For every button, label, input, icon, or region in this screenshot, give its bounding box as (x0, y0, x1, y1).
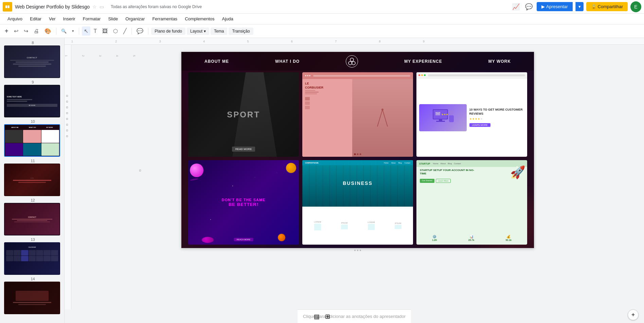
reviews-cta-btn: LEARN MORE (469, 123, 490, 127)
canvas-wrapper: 12345 (65, 45, 644, 309)
apresentar-button[interactable]: ▶ Apresentar (537, 2, 573, 11)
svg-rect-1 (5, 5, 7, 8)
nav-my-work: MY WORK (488, 59, 511, 64)
compartilhar-button[interactable]: 🔒 Compartilhar (586, 2, 628, 11)
menu-organizar[interactable]: Organizar (122, 15, 148, 23)
text-button[interactable]: T (92, 27, 99, 36)
slide-thumb-14[interactable] (4, 282, 60, 314)
transition-button[interactable]: Transição (229, 27, 253, 35)
space-card: DON'T BE THE SAME BE BETTER! REACH MORE (188, 160, 299, 245)
slide-row-13: 13 CALENDAR (1, 238, 63, 275)
filmstrip-view-button[interactable]: ⊞ (325, 313, 330, 320)
ruler-marks: 12345 6789 (71, 39, 425, 44)
grid-view-button[interactable]: ▤ (314, 313, 320, 320)
svg-point-3 (350, 58, 354, 61)
undo-button[interactable]: ↩ (12, 26, 20, 36)
space-line1: DON'T BE THE SAME (221, 198, 265, 202)
comment-add-button[interactable]: 💬 (135, 26, 145, 36)
app-icon[interactable] (3, 2, 12, 12)
print-button[interactable]: 🖨 (32, 27, 41, 36)
zoom-button[interactable]: 🔍 (59, 27, 69, 35)
slide-row-12: 12 CONTACT (1, 198, 63, 235)
reviews-content: ★★★ (416, 78, 527, 157)
comment-icon[interactable]: 💬 (524, 2, 534, 12)
menu-inserir[interactable]: Inserir (60, 15, 79, 23)
lecorb-nav-dots (354, 153, 361, 155)
canvas-scroll: ABOUT ME WHAT I DO MY EXPERIENCE MY WORK (71, 45, 644, 309)
shape-button[interactable]: ⬡ (111, 26, 120, 36)
reviews-card: ★★★ (416, 72, 527, 157)
svg-rect-18 (436, 121, 445, 122)
slide-thumb-13[interactable]: CALENDAR (4, 242, 60, 275)
slide-num-8: 8 (1, 41, 63, 45)
layout-button[interactable]: Layout ▾ (187, 27, 209, 35)
menu-arquivo[interactable]: Arquivo (4, 15, 26, 23)
slide-num-14: 14 (1, 277, 63, 281)
svg-point-8 (381, 109, 383, 111)
slide-thumb-12[interactable]: CONTACT (4, 203, 60, 235)
drive-icon[interactable]: ▭ (100, 4, 104, 10)
slide-canvas[interactable]: ABOUT ME WHAT I DO MY EXPERIENCE MY WORK (181, 52, 534, 248)
menu-slide[interactable]: Slide (105, 15, 121, 23)
user-avatar[interactable]: E (630, 1, 641, 12)
lock-icon: 🔒 (591, 4, 596, 9)
slide-navigation: ABOUT ME WHAT I DO MY EXPERIENCE MY WORK (181, 52, 534, 71)
slide-num-13: 13 (1, 238, 63, 242)
menu-ver[interactable]: Ver (46, 15, 59, 23)
add-button[interactable]: + (3, 26, 11, 36)
menu-formatar[interactable]: Formatar (79, 15, 104, 23)
redo-button[interactable]: ↪ (22, 26, 30, 36)
separator-1 (56, 28, 56, 35)
select-button[interactable]: ↖ (82, 26, 90, 36)
reviews-text: 10 WAYS TO GET MORE CUSTOMER REVIEWS ★★★… (469, 108, 525, 127)
startup-rocket: 🚀 (510, 165, 525, 179)
nav-what-i-do: WHAT I DO (275, 59, 300, 64)
slide-thumb-9[interactable]: SOME TEXT HERE MY WORK (4, 85, 60, 117)
svg-line-7 (382, 110, 388, 127)
monitor-icon: ▶ (541, 4, 545, 9)
slide-thumb-8[interactable]: CONTACT (4, 45, 60, 78)
slide-thumb-10[interactable]: ABOUT ME WHAT I DO MY WORK (4, 124, 60, 157)
zoom-dropdown[interactable]: ▾ (70, 27, 76, 35)
menu-bar: Arquivo Editar Ver Inserir Formatar Slid… (0, 14, 644, 24)
line-button[interactable]: ╱ (121, 26, 129, 36)
reviews-illustration: ★★★ (419, 104, 467, 131)
ruler-horizontal: 12345 6789 (65, 38, 644, 45)
stars-row: ★★★★★ (469, 117, 525, 120)
slide-row-9: 9 SOME TEXT HERE MY WORK (1, 80, 63, 117)
star-icon[interactable]: ☆ (92, 4, 97, 10)
add-slide-button[interactable]: + (628, 309, 639, 320)
save-status: Todas as alterações foram salvas no Goog… (111, 4, 202, 9)
layout-dropdown-icon: ▾ (204, 29, 206, 34)
menu-editar[interactable]: Editar (26, 15, 45, 23)
biz-bottom: LOREM IPSUM LOREM (302, 207, 413, 245)
background-button[interactable]: Plano de fundo (151, 27, 185, 35)
image-button[interactable]: 🖼 (100, 27, 110, 36)
separator-3 (131, 28, 132, 35)
toolbar: + ↩ ↪ 🖨 🎨 🔍 ▾ ↖ T 🖼 ⬡ ╱ 💬 Plano de fundo… (0, 24, 644, 38)
slide-num-11: 11 (1, 159, 63, 163)
menu-ferramentas[interactable]: Ferramentas (149, 15, 181, 23)
svg-point-15 (449, 110, 454, 115)
space-line2: BE BETTER! (221, 202, 265, 207)
space-btn: REACH MORE (234, 238, 253, 241)
sport-card: SPORT READ MORE (188, 72, 299, 157)
apresentar-dropdown[interactable]: ▾ (575, 2, 584, 11)
slide-thumb-11[interactable]: ♪ ♫ ♪ (4, 164, 60, 196)
reviews-header (416, 72, 527, 78)
separator-4 (148, 28, 148, 35)
nav-icon (346, 55, 358, 68)
slide-num-10: 10 (1, 119, 63, 124)
menu-complementos[interactable]: Complementos (181, 15, 218, 23)
menu-ajuda[interactable]: Ajuda (219, 15, 237, 23)
space-title-area: DON'T BE THE SAME BE BETTER! (221, 198, 265, 207)
startup-card: STARTUP Home About Blog Contact STARTUP … (416, 160, 527, 245)
slide-panel: 8 CONTACT 9 SOME TEXT HERE MY WORK (0, 38, 65, 323)
startup-title: STARTUP SETUP YOUR ACCOUNT IN NO-TIME (420, 169, 477, 176)
paint-format-button[interactable]: 🎨 (42, 26, 53, 36)
theme-button[interactable]: Tema (211, 27, 227, 35)
activity-icon[interactable]: 📈 (511, 2, 521, 12)
svg-line-6 (377, 110, 382, 127)
separator-2 (79, 28, 79, 35)
resize-handle (354, 250, 361, 251)
